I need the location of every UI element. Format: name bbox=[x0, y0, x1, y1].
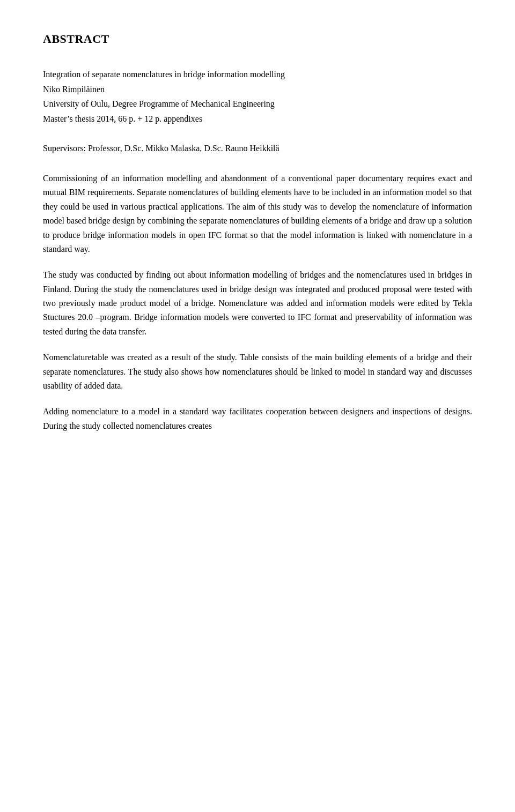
supervisors-block: Supervisors: Professor, D.Sc. Mikko Mala… bbox=[43, 141, 472, 155]
page: ABSTRACT Integration of separate nomencl… bbox=[0, 0, 515, 812]
paragraph-2: The study was conducted by finding out a… bbox=[43, 268, 472, 339]
university-line: University of Oulu, Degree Programme of … bbox=[43, 97, 472, 111]
content-section: Commissioning of an information modellin… bbox=[43, 172, 472, 433]
paragraph-4: Adding nomenclature to a model in a stan… bbox=[43, 405, 472, 433]
abstract-title: ABSTRACT bbox=[43, 32, 472, 46]
paragraph-1: Commissioning of an information modellin… bbox=[43, 172, 472, 256]
thesis-title-line: Integration of separate nomenclatures in… bbox=[43, 68, 472, 81]
supervisors-line: Supervisors: Professor, D.Sc. Mikko Mala… bbox=[43, 141, 472, 155]
paragraph-3: Nomenclaturetable was created as a resul… bbox=[43, 351, 472, 393]
thesis-info-line: Master’s thesis 2014, 66 p. + 12 p. appe… bbox=[43, 112, 472, 126]
meta-block: Integration of separate nomenclatures in… bbox=[43, 68, 472, 125]
author-line: Niko Rimpiläinen bbox=[43, 83, 472, 96]
